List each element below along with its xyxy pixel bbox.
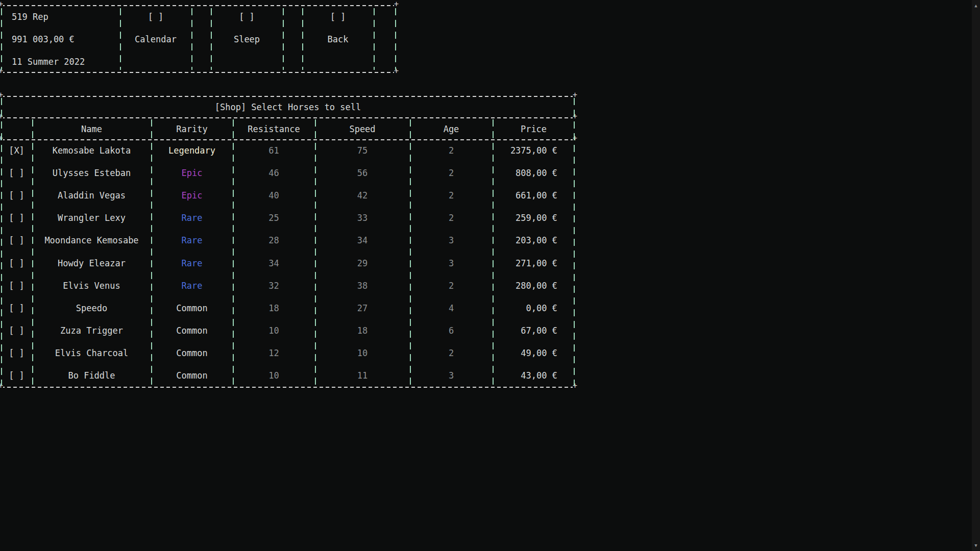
- horse-price: 67,00 €: [493, 319, 575, 342]
- horse-age: 2: [410, 207, 493, 229]
- horse-speed: 29: [315, 252, 410, 274]
- horse-row[interactable]: [ ]Zuza TriggerCommon1018667,00 €: [1, 319, 575, 342]
- horse-speed: 18: [315, 319, 410, 342]
- horse-row[interactable]: [X]Kemosabe LakotaLegendary617522375,00 …: [1, 139, 575, 162]
- scroll-down-button[interactable]: ▼: [972, 541, 980, 549]
- column-header: Rarity: [151, 118, 233, 139]
- row-checkbox[interactable]: [ ]: [1, 297, 32, 319]
- shop-bottom-border: ++: [1, 387, 575, 388]
- horse-age: 3: [410, 252, 493, 274]
- horse-row[interactable]: [ ]Ulysses EstebanEpic46562808,00 €: [1, 162, 575, 184]
- horse-speed: 38: [315, 274, 410, 297]
- column-header: Age: [410, 118, 493, 139]
- horse-age: 6: [410, 319, 493, 342]
- horse-resistance: 40: [233, 184, 315, 207]
- table-header-row: NameRarityResistanceSpeedAgePrice: [1, 118, 575, 139]
- row-checkbox[interactable]: [ ]: [1, 274, 32, 297]
- select-column-header: [1, 118, 32, 139]
- horse-row[interactable]: [ ]Elvis VenusRare32382280,00 €: [1, 274, 575, 297]
- horse-row[interactable]: [ ]Aladdin VegasEpic40422661,00 €: [1, 184, 575, 207]
- date-value: 11 Summer 2022: [12, 51, 120, 73]
- horse-rarity: Common: [151, 342, 233, 364]
- hud-panel: ++ ++ 519 Rep 991 003,00 € 11 Summer 202…: [1, 5, 396, 73]
- hud-divider: [191, 8, 192, 70]
- horse-price: 203,00 €: [493, 229, 575, 252]
- horse-speed: 11: [315, 364, 410, 387]
- hud-divider: [374, 8, 375, 70]
- row-checkbox[interactable]: [X]: [1, 139, 32, 162]
- horse-price: 2375,00 €: [493, 139, 575, 162]
- horse-name: Howdy Eleazar: [32, 252, 151, 274]
- horse-resistance: 32: [233, 274, 315, 297]
- horse-price: 661,00 €: [493, 184, 575, 207]
- back-label: Back: [302, 28, 374, 51]
- horse-row[interactable]: [ ]Bo FiddleCommon1011343,00 €: [1, 364, 575, 387]
- back-button[interactable]: [ ] Back: [302, 6, 374, 73]
- row-checkbox[interactable]: [ ]: [1, 364, 32, 387]
- horse-price: 259,00 €: [493, 207, 575, 229]
- column-header: Speed: [315, 118, 410, 139]
- column-header: Resistance: [233, 118, 315, 139]
- hud-divider: [395, 8, 396, 70]
- horse-row[interactable]: [ ]Howdy EleazarRare34293271,00 €: [1, 252, 575, 274]
- horse-price: 49,00 €: [493, 342, 575, 364]
- scroll-down-icon: ▼: [974, 543, 977, 548]
- horse-name: Bo Fiddle: [32, 364, 151, 387]
- horse-age: 3: [410, 364, 493, 387]
- horse-resistance: 25: [233, 207, 315, 229]
- horse-row[interactable]: [ ]Elvis CharcoalCommon1210249,00 €: [1, 342, 575, 364]
- shop-title-row: [Shop] Select Horses to sell: [1, 97, 575, 117]
- sleep-checkbox[interactable]: [ ]: [211, 6, 283, 28]
- horse-age: 2: [410, 184, 493, 207]
- horse-name: Wrangler Lexy: [32, 207, 151, 229]
- horse-name: Kemosabe Lakota: [32, 139, 151, 162]
- scroll-up-button[interactable]: ▲: [972, 2, 980, 10]
- horse-age: 2: [410, 342, 493, 364]
- horse-name: Elvis Venus: [32, 274, 151, 297]
- sleep-button[interactable]: [ ] Sleep: [211, 6, 283, 73]
- row-checkbox[interactable]: [ ]: [1, 184, 32, 207]
- calendar-button[interactable]: [ ] Calendar: [120, 6, 191, 73]
- horse-row[interactable]: [ ]Wrangler LexyRare25332259,00 €: [1, 207, 575, 229]
- horse-rarity: Common: [151, 319, 233, 342]
- horse-resistance: 46: [233, 162, 315, 184]
- player-stats: 519 Rep 991 003,00 € 11 Summer 2022: [1, 5, 120, 73]
- horse-rarity: Epic: [151, 184, 233, 207]
- horse-resistance: 34: [233, 252, 315, 274]
- horse-age: 4: [410, 297, 493, 319]
- horse-age: 2: [410, 162, 493, 184]
- shop-title: [Shop] Select Horses to sell: [215, 102, 361, 112]
- horse-speed: 56: [315, 162, 410, 184]
- horse-rarity: Rare: [151, 207, 233, 229]
- horse-age: 3: [410, 229, 493, 252]
- horse-rarity: Epic: [151, 162, 233, 184]
- horse-rarity: Common: [151, 297, 233, 319]
- calendar-checkbox[interactable]: [ ]: [120, 6, 191, 28]
- column-header: Name: [32, 118, 151, 139]
- horse-speed: 10: [315, 342, 410, 364]
- horse-rarity: Rare: [151, 274, 233, 297]
- horse-row[interactable]: [ ]SpeedoCommon182740,00 €: [1, 297, 575, 319]
- row-checkbox[interactable]: [ ]: [1, 342, 32, 364]
- scrollbar[interactable]: ▲ ▼: [972, 0, 980, 551]
- horse-rarity: Rare: [151, 252, 233, 274]
- reputation-value: 519 Rep: [12, 6, 120, 28]
- horse-rarity: Common: [151, 364, 233, 387]
- row-checkbox[interactable]: [ ]: [1, 207, 32, 229]
- row-checkbox[interactable]: [ ]: [1, 252, 32, 274]
- row-checkbox[interactable]: [ ]: [1, 229, 32, 252]
- back-checkbox[interactable]: [ ]: [302, 6, 374, 28]
- horse-resistance: 18: [233, 297, 315, 319]
- row-checkbox[interactable]: [ ]: [1, 319, 32, 342]
- hud-divider: [283, 8, 284, 70]
- sleep-label: Sleep: [211, 28, 283, 51]
- column-header: Price: [493, 118, 575, 139]
- horse-resistance: 10: [233, 364, 315, 387]
- horse-row[interactable]: [ ]Moondance KemosabeRare28343203,00 €: [1, 229, 575, 252]
- row-checkbox[interactable]: [ ]: [1, 162, 32, 184]
- horse-rarity: Legendary: [151, 139, 233, 162]
- horse-speed: 75: [315, 139, 410, 162]
- money-value: 991 003,00 €: [12, 28, 120, 51]
- horse-price: 0,00 €: [493, 297, 575, 319]
- horse-name: Moondance Kemosabe: [32, 229, 151, 252]
